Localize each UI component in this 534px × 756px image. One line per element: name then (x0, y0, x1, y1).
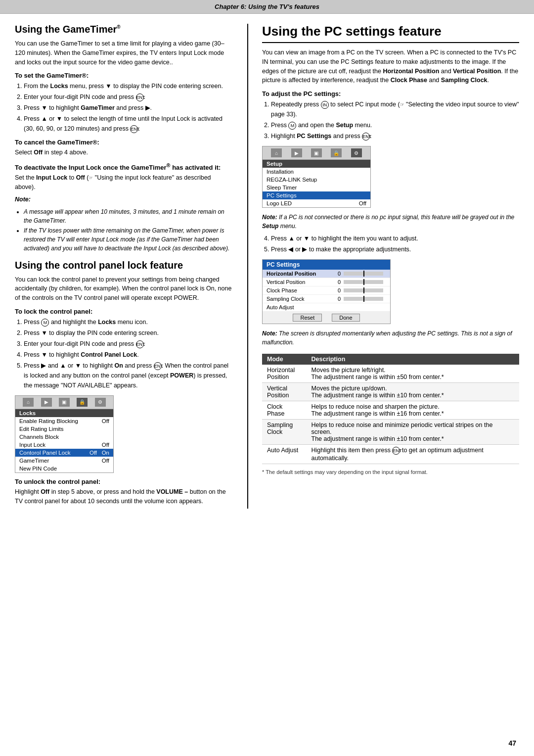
pc-settings-heading: Using the PC settings feature (262, 24, 519, 43)
enter-icon-6: ENT (392, 447, 400, 455)
setup-menu-row: Installation (263, 168, 370, 176)
list-item: Highlight PC Settings and press ENT. (271, 131, 519, 141)
lock-panel-steps: Press M and highlight the Locks menu ico… (24, 317, 232, 390)
gear-icon-2: ⚙ (351, 148, 362, 157)
control-panel-intro: You can lock the control panel to preven… (15, 275, 232, 303)
setup-menu-screenshot: ⌂ ▶ ▣ 🔒 ⚙ Setup Installation REGZA-LINK … (262, 146, 371, 208)
table-row: HorizontalPosition Moves the picture lef… (262, 365, 519, 383)
locks-menu-row: Edit Rating Limits (15, 425, 113, 433)
pc-settings-screenshot: PC Settings Horizontal Position 0 Vertic… (262, 259, 391, 324)
pc-settings-row-auto: Auto Adjust (263, 303, 390, 312)
list-item: Press ▲ or ▼ to highlight the item you w… (271, 234, 519, 243)
setup-menu-row: Sleep Timer (263, 184, 370, 191)
reset-button[interactable]: Reset (293, 314, 322, 322)
deactivate-heading: To deactivate the Input Lock once the Ga… (15, 162, 232, 171)
game-timer-intro: You can use the GameTimer to set a time … (15, 39, 232, 67)
ps-bar (344, 280, 383, 284)
pc-settings-buttons: Reset Done (263, 312, 390, 324)
locks-menu-row: Channels Block (15, 433, 113, 441)
note-disrupted: Note: The screen is disrupted momentaril… (262, 329, 519, 347)
lock-panel-heading: To lock the control panel: (15, 308, 232, 315)
list-item: Press ▼ to display the PIN code entering… (24, 328, 232, 338)
mode-cell: VerticalPosition (262, 383, 307, 401)
table-header-description: Description (307, 354, 519, 365)
desc-cell: Moves the picture up/down.The adjustment… (307, 383, 519, 401)
page-number: 47 (508, 739, 516, 747)
list-item: Press ◀ or ▶ to make the appropriate adj… (271, 244, 519, 254)
ps-bar (344, 288, 383, 292)
note-label: Note: (15, 195, 232, 204)
enter-icon: ENT (136, 94, 144, 101)
cancel-timer-text: Select Off in step 4 above. (15, 148, 232, 157)
tv-icon-2: ▣ (311, 148, 322, 157)
mode-cell: Clock Phase (262, 401, 307, 420)
desc-cell: Helps to reduce noise and minimize perio… (307, 420, 519, 445)
list-item: Press ▼ to highlight GameTimer and press… (24, 103, 232, 113)
set-timer-steps: From the Locks menu, press ▼ to display … (24, 81, 232, 134)
menu-icon-bar: ⌂ ▶ ▣ 🔒 ⚙ (15, 396, 113, 409)
table-row: VerticalPosition Moves the picture up/do… (262, 383, 519, 401)
unlock-panel-text: Highlight Off in step 5 above, or press … (15, 487, 232, 506)
setup-menu-header: Setup (263, 160, 370, 168)
list-item: Press ▲ or ▼ to select the length of tim… (24, 114, 232, 134)
mode-cell: HorizontalPosition (262, 365, 307, 383)
home-icon: ⌂ (23, 398, 34, 407)
list-item: Press ▼ to highlight Control Panel Lock. (24, 350, 232, 360)
control-panel-heading: Using the control panel lock feature (15, 260, 232, 271)
mode-cell: SamplingClock (262, 420, 307, 445)
locks-menu-row: Input LockOff (15, 441, 113, 449)
unlock-panel-heading: To unlock the control panel: (15, 478, 232, 485)
film-icon-2: ▶ (291, 148, 302, 157)
note-grayed: Note: If a PC is not connected or there … (262, 213, 519, 231)
ps-bar (344, 297, 383, 301)
list-item: Press M and open the Setup menu. (271, 120, 519, 130)
locks-menu-row-selected: Contorol Panel LockOff On (15, 449, 113, 457)
locks-menu-row: Enable Rating BlockingOff (15, 417, 113, 425)
locks-menu-row: GameTimerOff (15, 457, 113, 465)
locks-menu-row: New PIN Code (15, 465, 113, 472)
pc-settings-row: Sampling Clock 0 (263, 295, 390, 303)
chapter-title: Chapter 6: Using the TV's features (215, 3, 319, 10)
desc-cell: Moves the picture left/right.The adjustm… (307, 365, 519, 383)
table-footnote: * The default settings may vary dependin… (262, 468, 519, 476)
left-column: Using the GameTimer® You can use the Gam… (15, 24, 232, 509)
cancel-timer-heading: To cancel the GameTimer®: (15, 139, 232, 146)
tv-icon: ▣ (59, 398, 70, 407)
list-item: Repeatedly press IN to select PC input m… (271, 99, 519, 119)
pc-settings-row: Horizontal Position 0 (263, 270, 390, 278)
list-item: Press M and highlight the Locks menu ico… (24, 317, 232, 327)
gear-icon: ⚙ (95, 398, 106, 407)
setup-menu-body: Setup Installation REGZA-LINK Setup Slee… (263, 160, 370, 207)
table-row: SamplingClock Helps to reduce noise and … (262, 420, 519, 445)
enter-icon-2: ENT (130, 125, 138, 133)
list-item: If the TV loses power with time remainin… (24, 226, 232, 253)
table-header-mode: Mode (262, 354, 307, 365)
setup-menu-row: REGZA-LINK Setup (263, 176, 370, 184)
setup-menu-row: Logo LEDOff (263, 199, 370, 207)
list-item: A message will appear when 10 minutes, 3… (24, 207, 232, 225)
enter-icon-5: ENT (362, 133, 370, 141)
list-item: Enter your four-digit PIN code and press… (24, 92, 232, 102)
adjust-pc-steps: Repeatedly press IN to select PC input m… (271, 99, 519, 141)
lock-icon: 🔒 (77, 398, 88, 407)
adjust-pc-heading: To adjust the PC settings: (262, 90, 519, 97)
page: Chapter 6: Using the TV's features Using… (0, 0, 534, 756)
deactivate-text: Set the Input Lock to Off (☞ "Using the … (15, 173, 232, 192)
right-column: Using the PC settings feature You can vi… (247, 24, 519, 509)
steps-continued: Press ▲ or ▼ to highlight the item you w… (271, 234, 519, 254)
list-item: Enter your four-digit PIN code and press… (24, 339, 232, 349)
table-row: Clock Phase Helps to reduce noise and sh… (262, 401, 519, 420)
lock-icon-2: 🔒 (331, 148, 342, 157)
set-timer-heading: To set the GameTimer®: (15, 72, 232, 79)
pc-settings-row: Vertical Position 0 (263, 278, 390, 286)
chapter-header: Chapter 6: Using the TV's features (0, 0, 534, 14)
table-row: Auto Adjust Highlight this item then pre… (262, 445, 519, 464)
menu-icon-2: M (288, 122, 296, 130)
setup-menu-icon-bar: ⌂ ▶ ▣ 🔒 ⚙ (263, 146, 370, 160)
mode-description-table: Mode Description HorizontalPosition Move… (262, 354, 519, 464)
locks-menu-header: Locks (15, 409, 113, 417)
list-item: From the Locks menu, press ▼ to display … (24, 81, 232, 91)
done-button[interactable]: Done (332, 314, 359, 322)
desc-cell: Helps to reduce noise and sharpen the pi… (307, 401, 519, 420)
desc-cell: Highlight this item then press ENT to ge… (307, 445, 519, 464)
